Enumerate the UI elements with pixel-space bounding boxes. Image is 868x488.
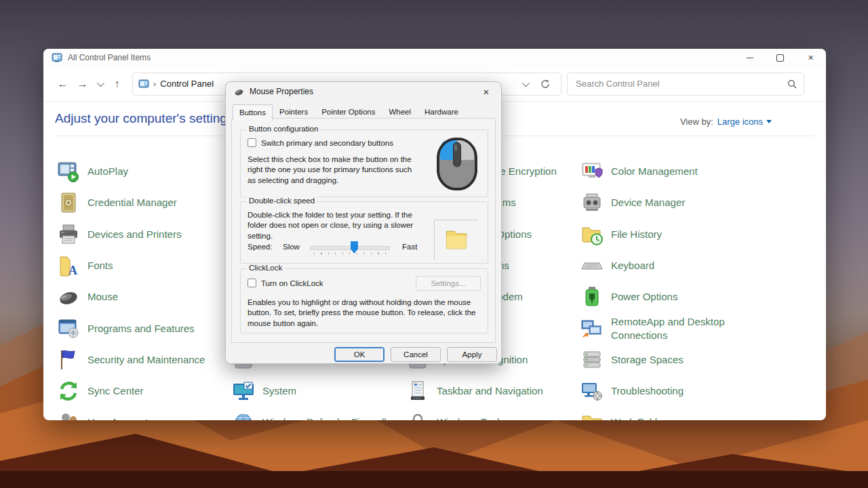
mouse-primary-button-image — [436, 137, 478, 191]
windows-tools-icon — [406, 411, 429, 420]
system-icon — [232, 380, 255, 403]
item-autoplay[interactable]: AutoPlay — [57, 158, 228, 185]
speed-label: Speed: — [248, 243, 272, 251]
sync-center-icon — [57, 380, 80, 403]
refresh-button[interactable] — [535, 74, 555, 94]
control-panel-icon — [138, 79, 149, 89]
group-legend: Button configuration — [246, 125, 321, 133]
item-fonts[interactable]: AFonts — [57, 252, 228, 279]
fonts-icon: A — [57, 254, 80, 277]
tab-wheel[interactable]: Wheel — [382, 104, 418, 120]
item-label: File History — [611, 228, 662, 241]
view-by-label: View by: — [680, 117, 713, 127]
item-label: System — [262, 384, 296, 398]
double-click-speed-slider[interactable] — [310, 240, 390, 258]
slow-label: Slow — [283, 243, 300, 251]
item-storage-spaces[interactable]: Storage Spaces — [580, 346, 751, 373]
search-input[interactable] — [574, 78, 787, 89]
maximize-button[interactable] — [765, 49, 795, 66]
devices-printers-icon — [57, 223, 80, 246]
item-system[interactable]: System — [232, 378, 403, 405]
item-color-management[interactable]: Color Management — [580, 158, 751, 185]
item-label: Sync Center — [87, 384, 144, 398]
item-windows-defender-firewall[interactable]: Windows Defender Firewall — [232, 409, 403, 420]
window-titlebar: All Control Panel Items × — [43, 49, 826, 66]
clicklock-settings-button[interactable]: Settings... — [416, 276, 481, 291]
mouse-icon — [57, 285, 80, 308]
desktop: { "colors":{"accent_blue":"#0f62b0","hea… — [0, 0, 868, 488]
back-button[interactable]: ← — [53, 74, 73, 94]
address-dropdown-button[interactable] — [515, 74, 535, 94]
dialog-titlebar: Mouse Properties × — [226, 82, 501, 101]
forward-arrow-icon: → — [77, 78, 88, 90]
minimize-button[interactable] — [734, 49, 765, 66]
view-by-dropdown[interactable]: Large icons — [717, 117, 772, 127]
item-label: AutoPlay — [87, 165, 128, 178]
tab-buttons[interactable]: Buttons — [233, 104, 273, 120]
remoteapp-icon — [580, 317, 604, 340]
keyboard-icon — [580, 254, 604, 277]
programs-features-icon — [57, 317, 80, 340]
mouse-properties-dialog: Mouse Properties × ButtonsPointersPointe… — [225, 81, 502, 364]
turn-on-clicklock-checkbox[interactable]: Turn on ClickLock — [248, 279, 323, 287]
item-label: Power Options — [611, 290, 677, 304]
page-title: Adjust your computer's settings — [55, 111, 233, 126]
item-power-options[interactable]: Power Options — [580, 283, 751, 310]
item-keyboard[interactable]: Keyboard — [580, 252, 751, 279]
windows-defender-icon — [232, 411, 255, 420]
autoplay-icon — [57, 160, 80, 183]
search-icon[interactable] — [787, 79, 797, 89]
maximize-icon — [776, 54, 784, 62]
close-icon: × — [808, 52, 813, 63]
close-button[interactable]: × — [795, 49, 826, 66]
checkbox-icon[interactable] — [248, 279, 256, 287]
item-label: Storage Spaces — [611, 353, 684, 367]
group-legend: Double-click speed — [246, 197, 317, 205]
file-history-icon — [580, 223, 604, 246]
item-remoteapp-and-desktop-connections[interactable]: RemoteApp and Desktop Connections — [580, 315, 751, 342]
item-label: Programs and Features — [87, 322, 195, 336]
item-label: RemoteApp and Desktop Connections — [611, 315, 747, 342]
cancel-button[interactable]: Cancel — [391, 347, 441, 362]
ok-button[interactable]: OK — [334, 347, 384, 362]
item-taskbar-and-navigation[interactable]: Taskbar and Navigation — [406, 378, 577, 405]
credential-manager-icon — [57, 191, 80, 214]
recent-locations-button[interactable] — [92, 74, 107, 94]
speed-slider-row: Speed: Slow Fast — [248, 240, 481, 258]
slider-track[interactable] — [310, 246, 390, 250]
breadcrumb-control-panel[interactable]: Control Panel — [160, 79, 214, 89]
dialog-tabs: ButtonsPointersPointer OptionsWheelHardw… — [233, 104, 465, 119]
clicklock-group: ClickLock Turn on ClickLock Settings... … — [240, 268, 488, 333]
item-sync-center[interactable]: Sync Center — [57, 378, 228, 405]
item-credential-manager[interactable]: Credential Manager — [57, 189, 228, 216]
item-label: Security and Maintenance — [87, 353, 205, 367]
item-device-manager[interactable]: Device Manager — [580, 189, 751, 216]
tab-pointers[interactable]: Pointers — [273, 104, 315, 120]
dialog-close-button[interactable]: × — [475, 83, 497, 100]
item-troubleshooting[interactable]: Troubleshooting — [580, 378, 751, 405]
up-button[interactable]: ↑ — [107, 74, 127, 94]
item-windows-tools[interactable]: Windows Tools — [406, 409, 577, 420]
item-programs-and-features[interactable]: Programs and Features — [57, 315, 228, 342]
color-management-icon — [580, 160, 604, 183]
tab-pointer-options[interactable]: Pointer Options — [315, 104, 382, 120]
item-work-folders[interactable]: Work Folders — [580, 409, 751, 420]
item-mouse[interactable]: Mouse — [57, 283, 228, 310]
item-devices-and-printers[interactable]: Devices and Printers — [57, 221, 228, 248]
item-user-accounts[interactable]: User Accounts — [57, 409, 228, 420]
switch-buttons-checkbox[interactable]: Switch primary and secondary buttons — [248, 138, 393, 147]
button-configuration-group: Button configuration Switch primary and … — [240, 129, 488, 197]
item-label: Color Management — [611, 165, 698, 178]
forward-button[interactable]: → — [73, 74, 92, 94]
item-security-and-maintenance[interactable]: Security and Maintenance — [57, 346, 228, 373]
chevron-down-icon — [97, 79, 104, 86]
slider-ticks — [314, 252, 386, 255]
tab-hardware[interactable]: Hardware — [418, 104, 465, 120]
checkbox-icon[interactable] — [248, 138, 256, 147]
item-file-history[interactable]: File History — [580, 221, 751, 248]
apply-button[interactable]: Apply — [447, 347, 497, 362]
dialog-title: Mouse Properties — [250, 87, 313, 96]
button-configuration-description: Select this check box to make the button… — [248, 155, 413, 186]
device-manager-icon — [580, 191, 604, 214]
caption-buttons: × — [734, 49, 826, 66]
